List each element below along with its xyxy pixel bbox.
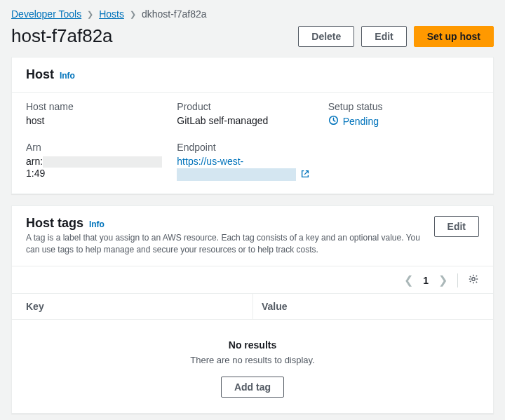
page-header: host-f7af82a Delete Edit Set up host xyxy=(0,24,505,57)
setup-status-value: Pending xyxy=(328,115,479,128)
host-panel-header: Host Info xyxy=(12,57,493,93)
empty-title: No results xyxy=(12,339,493,351)
tags-panel-title: Host tags xyxy=(26,216,83,230)
arn-value: arn: 1:49 xyxy=(26,156,177,179)
edit-tags-button[interactable]: Edit xyxy=(434,216,479,237)
arn-label: Arn xyxy=(26,142,177,153)
host-info-link[interactable]: Info xyxy=(60,71,75,81)
host-name-label: Host name xyxy=(26,101,177,112)
field-setup-status: Setup status Pending xyxy=(328,101,479,128)
page-title: host-f7af82a xyxy=(11,25,113,47)
tags-table-header: Key Value xyxy=(12,293,493,320)
endpoint-link[interactable]: https://us-west- xyxy=(177,156,328,167)
external-link-icon[interactable] xyxy=(300,169,310,181)
field-spacer xyxy=(328,142,479,181)
arn-line1: arn: xyxy=(26,156,43,167)
add-tag-button[interactable]: Add tag xyxy=(221,377,284,398)
field-arn: Arn arn: 1:49 xyxy=(26,142,177,181)
prev-page-button[interactable]: ❮ xyxy=(404,273,413,287)
field-endpoint: Endpoint https://us-west- xyxy=(177,142,328,181)
settings-icon[interactable] xyxy=(468,273,479,287)
field-host-name: Host name host xyxy=(26,101,177,128)
product-value: GitLab self-managed xyxy=(177,115,328,126)
tags-description: A tag is a label that you assign to an A… xyxy=(26,232,426,256)
col-key: Key xyxy=(26,294,252,319)
breadcrumb-hosts[interactable]: Hosts xyxy=(99,8,124,20)
svg-point-1 xyxy=(472,278,475,280)
field-product: Product GitLab self-managed xyxy=(177,101,328,128)
breadcrumb: Developer Tools ❯ Hosts ❯ dkhost-f7af82a xyxy=(0,0,505,24)
redacted-block xyxy=(43,156,162,168)
host-name-value: host xyxy=(26,115,177,126)
breadcrumb-developer-tools[interactable]: Developer Tools xyxy=(11,8,81,20)
next-page-button[interactable]: ❯ xyxy=(438,273,447,287)
host-fields-grid: Host name host Product GitLab self-manag… xyxy=(12,93,493,194)
divider xyxy=(457,273,458,287)
tags-info-link[interactable]: Info xyxy=(89,219,105,229)
breadcrumb-current: dkhost-f7af82a xyxy=(142,8,207,20)
tags-empty-state: No results There are no results to displ… xyxy=(12,320,493,413)
edit-button[interactable]: Edit xyxy=(361,26,406,47)
tags-panel-header: Host tags Info A tag is a label that you… xyxy=(12,206,493,266)
host-panel: Host Info Host name host Product GitLab … xyxy=(11,57,494,194)
endpoint-redacted xyxy=(177,168,296,181)
product-label: Product xyxy=(177,101,328,112)
tags-pagination: ❮ 1 ❯ xyxy=(12,266,493,293)
chevron-right-icon: ❯ xyxy=(130,10,136,19)
host-panel-title: Host xyxy=(26,67,54,81)
arn-line2: 1:49 xyxy=(26,168,45,179)
setup-status-text: Pending xyxy=(343,116,379,127)
endpoint-label: Endpoint xyxy=(177,142,328,153)
action-buttons: Delete Edit Set up host xyxy=(298,26,494,47)
page-number: 1 xyxy=(423,275,429,286)
host-tags-panel: Host tags Info A tag is a label that you… xyxy=(11,205,494,414)
chevron-right-icon: ❯ xyxy=(87,10,93,19)
col-value: Value xyxy=(252,294,479,319)
pending-icon xyxy=(328,115,339,128)
setup-host-button[interactable]: Set up host xyxy=(414,26,494,47)
empty-subtitle: There are no results to display. xyxy=(12,355,493,365)
setup-status-label: Setup status xyxy=(328,101,479,112)
delete-button[interactable]: Delete xyxy=(298,26,354,47)
